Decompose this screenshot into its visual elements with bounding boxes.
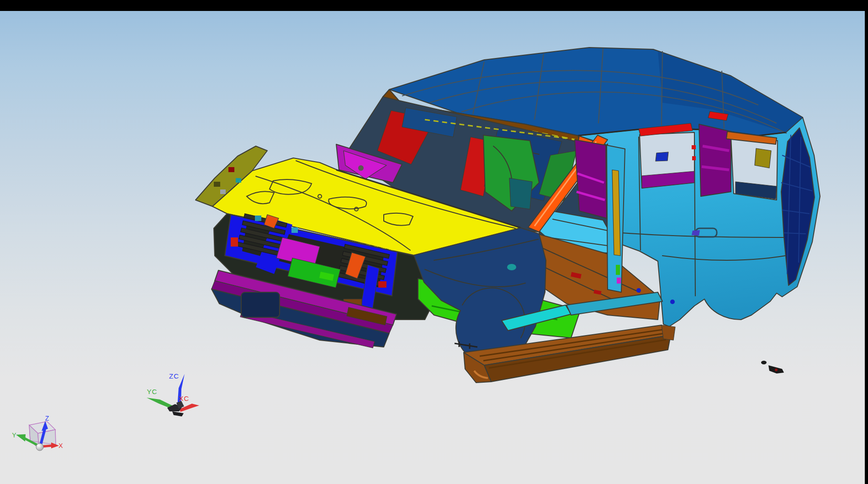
datum-z-label: Z bbox=[45, 415, 49, 422]
datum-x-label: X bbox=[58, 442, 63, 449]
cargo-interior-view bbox=[699, 124, 731, 196]
wcs-triad[interactable]: ZC YC XC bbox=[147, 372, 199, 416]
cad-application-window: ZC YC XC Z Y X bbox=[0, 0, 868, 484]
quarter-bracket bbox=[755, 148, 771, 168]
wcs-x-label: XC bbox=[179, 395, 190, 402]
front-door-window bbox=[575, 140, 607, 218]
datum-origin-ball[interactable] bbox=[36, 443, 43, 451]
wcs-y-label: YC bbox=[147, 388, 158, 395]
wing-chip-teal bbox=[236, 178, 241, 183]
seat-structure bbox=[509, 178, 532, 209]
loose-parts[interactable] bbox=[761, 361, 784, 374]
cad-3d-viewport[interactable]: ZC YC XC Z Y X bbox=[0, 0, 868, 484]
wcs-z-label: ZC bbox=[169, 372, 179, 380]
car-body-model[interactable] bbox=[196, 47, 820, 383]
rear-door-window bbox=[640, 132, 696, 188]
b-pillar bbox=[607, 145, 625, 292]
window-top-bar bbox=[0, 0, 868, 11]
datum-y-label: Y bbox=[12, 431, 16, 439]
window-right-edge-bar bbox=[865, 0, 868, 484]
fender-grommet bbox=[507, 264, 516, 270]
pillar-chip-magenta bbox=[617, 278, 621, 284]
quarter-window bbox=[726, 132, 778, 200]
wing-chip-red bbox=[228, 167, 234, 172]
pillar-chip-green bbox=[616, 265, 620, 275]
window-bracket-blue bbox=[656, 152, 668, 161]
front-step-box bbox=[241, 292, 280, 317]
datum-csys-triad[interactable]: Z Y X bbox=[12, 415, 63, 451]
